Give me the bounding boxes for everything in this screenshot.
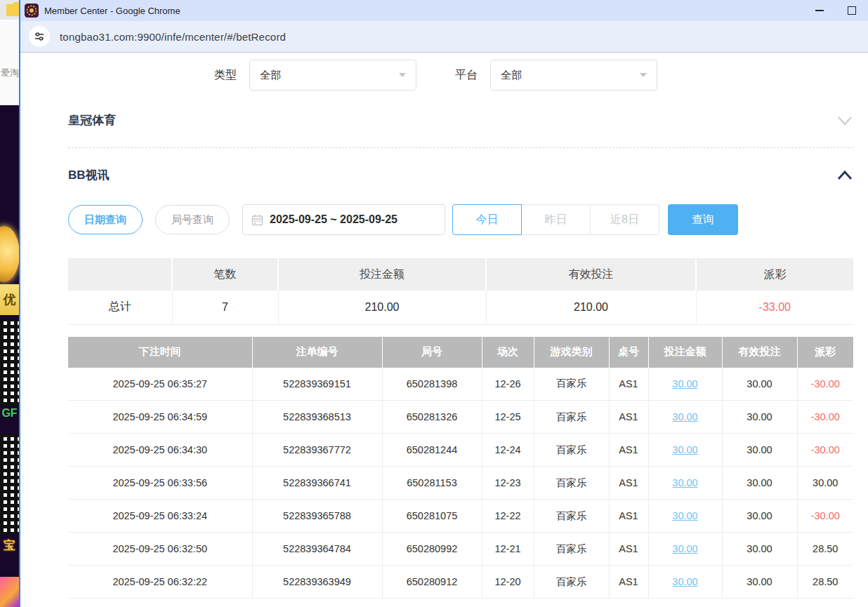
game-type-cell: 百家乐	[534, 401, 609, 434]
bet-amount-link[interactable]: 30.00	[672, 510, 697, 521]
bet-amount-link[interactable]: 30.00	[672, 576, 697, 587]
date-range-input[interactable]: 2025-09-25 ~ 2025-09-25	[242, 204, 445, 235]
calendar-icon	[251, 214, 263, 226]
payout-cell: -33.00	[696, 291, 853, 324]
bet-id-cell: 522839368513	[252, 401, 382, 434]
folder-icon	[6, 2, 19, 16]
session-cell: 12-26	[482, 368, 534, 401]
summary-header-row: 笔数投注金额有效投注派彩	[68, 258, 853, 291]
minimize-button[interactable]	[803, 0, 836, 21]
round-id-cell: 650281244	[382, 434, 482, 467]
bet-amount-link[interactable]: 30.00	[672, 477, 697, 488]
bet-amount-cell: 30.00	[648, 401, 722, 434]
platform-select[interactable]: 全部	[490, 60, 657, 91]
round-id-cell: 650281398	[382, 368, 482, 401]
valid-bet-cell: 30.00	[722, 533, 797, 566]
bet-time-header: 下注时间	[68, 337, 252, 368]
round-id-cell: 650280992	[382, 533, 482, 566]
background-decoration	[0, 577, 19, 607]
window-titlebar[interactable]: Member Center - Google Chrome	[20, 0, 868, 21]
row-label-cell: 总计	[68, 291, 172, 324]
game-type-cell: 百家乐	[534, 500, 609, 533]
bet-id-header: 注单编号	[252, 337, 382, 368]
game-type-header: 游戏类别	[534, 337, 609, 368]
game-type-cell: 百家乐	[534, 566, 609, 599]
valid-bet-header: 有效投注	[722, 337, 797, 368]
section-crown-sports[interactable]: 皇冠体育	[68, 112, 853, 128]
payout-header: 派彩	[696, 258, 853, 291]
last-8-days-button[interactable]: 近8日	[590, 204, 659, 235]
game-type-cell: 百家乐	[534, 467, 609, 500]
today-button[interactable]: 今日	[452, 204, 522, 235]
bet-id-cell: 522839369151	[252, 368, 382, 401]
background-light-area: 爱淘	[0, 0, 19, 105]
table-header-row: 下注时间注单编号局号场次游戏类别桌号投注金额有效投注派彩	[68, 337, 853, 368]
valid-bet-cell: 30.00	[722, 434, 797, 467]
bet-time-cell: 2025-09-25 06:33:24	[68, 500, 252, 533]
table-row: 2025-09-25 06:32:22522839363949650280912…	[68, 566, 853, 599]
bet-amount-link[interactable]: 30.00	[672, 411, 697, 422]
chevron-up-icon[interactable]	[836, 170, 853, 181]
address-bar[interactable]: tongbao31.com:9900/infe/mcenter/#/betRec…	[20, 21, 868, 53]
payout-cell: 28.50	[797, 566, 853, 599]
bet-amount-cell: 30.00	[648, 500, 722, 533]
background-window-strip: 爱淘 优 GF 宝	[0, 0, 19, 607]
bet-count-header: 笔数	[172, 258, 278, 291]
window-controls	[803, 0, 868, 21]
bet-time-cell: 2025-09-25 06:34:59	[68, 401, 252, 434]
payout-cell: -30.00	[797, 434, 853, 467]
round-id-header: 局号	[382, 337, 482, 368]
gold-coin-image	[0, 226, 19, 282]
quick-date-group: 今日 昨日 近8日	[452, 204, 659, 235]
round-id-cell: 650280912	[382, 566, 482, 599]
payout-cell: -30.00	[797, 500, 853, 533]
valid-bet-cell: 210.00	[486, 291, 696, 324]
round-id-cell: 650281075	[382, 500, 482, 533]
yesterday-button[interactable]: 昨日	[521, 204, 591, 235]
table-id-cell: AS1	[609, 368, 648, 401]
chevron-down-icon	[399, 73, 406, 77]
table-row: 总计7210.00210.00-33.00	[68, 291, 853, 324]
promo-banner-text: 优	[0, 284, 19, 315]
session-cell: 12-23	[482, 467, 534, 500]
table-row: 2025-09-25 06:33:24522839365788650281075…	[68, 500, 853, 533]
round-query-tab[interactable]: 局号查询	[155, 205, 230, 234]
url-text[interactable]: tongbao31.com:9900/infe/mcenter/#/betRec…	[60, 31, 286, 43]
chevron-down-icon[interactable]	[836, 115, 853, 126]
tune-icon	[34, 31, 45, 42]
table-row: 2025-09-25 06:33:56522839366741650281153…	[68, 467, 853, 500]
summary-table: 笔数投注金额有效投注派彩 总计7210.00210.00-33.00	[68, 258, 853, 325]
table-row: 2025-09-25 06:34:30522839367772650281244…	[68, 434, 853, 467]
chrome-window: Member Center - Google Chrome tongbao31.…	[19, 0, 868, 607]
payout-cell: 30.00	[797, 467, 853, 500]
bet-id-cell: 522839364784	[252, 533, 382, 566]
bet-time-cell: 2025-09-25 06:34:30	[68, 434, 252, 467]
bet-amount-cell: 30.00	[648, 533, 722, 566]
bet-amount-header: 投注金额	[648, 337, 722, 368]
game-type-cell: 百家乐	[534, 434, 609, 467]
site-settings-button[interactable]	[29, 26, 50, 47]
bet-id-cell: 522839366741	[252, 467, 382, 500]
background-bao-text: 宝	[0, 538, 19, 554]
payout-header: 派彩	[797, 337, 853, 368]
table-row: 2025-09-25 06:34:59522839368513650281326…	[68, 401, 853, 434]
valid-bet-cell: 30.00	[722, 368, 797, 401]
bet-amount-link[interactable]: 30.00	[672, 444, 697, 455]
section-bb-video[interactable]: BB视讯	[68, 167, 853, 183]
valid-bet-cell: 30.00	[722, 467, 797, 500]
bet-amount-header: 投注金额	[278, 258, 486, 291]
section-divider	[68, 147, 853, 148]
date-query-tab[interactable]: 日期查询	[68, 205, 143, 234]
bet-amount-link[interactable]: 30.00	[672, 543, 697, 554]
table-id-cell: AS1	[609, 500, 648, 533]
table-row: 2025-09-25 06:35:27522839369151650281398…	[68, 368, 853, 401]
bet-time-cell: 2025-09-25 06:32:50	[68, 533, 252, 566]
round-id-cell: 650281153	[382, 467, 482, 500]
search-button[interactable]: 查询	[668, 204, 738, 235]
section-title-crown-sports: 皇冠体育	[68, 112, 116, 128]
bet-amount-link[interactable]: 30.00	[672, 378, 697, 389]
type-select[interactable]: 全部	[249, 60, 416, 91]
payout-cell: 28.50	[797, 533, 853, 566]
session-cell: 12-21	[482, 533, 534, 566]
maximize-button[interactable]	[836, 0, 868, 21]
